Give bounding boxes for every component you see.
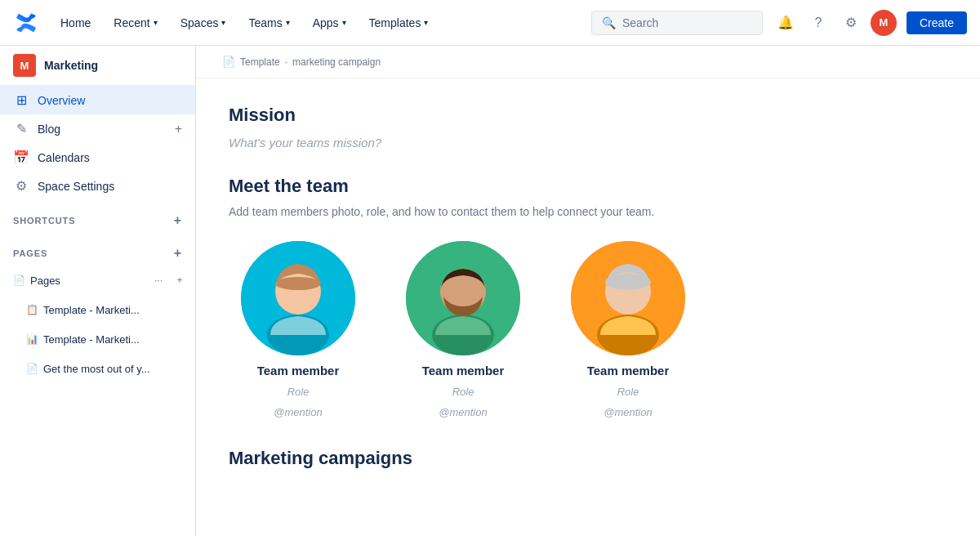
overview-icon: ⊞ (13, 92, 29, 108)
tree-item-1[interactable]: 📊 Template - Marketi... (0, 324, 195, 354)
search-icon: 🔍 (602, 16, 616, 29)
avatar-icon[interactable]: M (871, 10, 897, 36)
tree-item-2-label: Get the most out of y... (43, 363, 150, 375)
templates-chevron: ▾ (424, 18, 428, 27)
search-bar[interactable]: 🔍 Search (591, 11, 763, 35)
mission-heading: Mission (229, 105, 898, 126)
team-members-row: Team member Role @mention (229, 241, 898, 418)
breadcrumb-icon: 📄 (222, 56, 235, 68)
pages-label: Pages (13, 248, 47, 258)
settings-icon[interactable]: ⚙ (838, 10, 864, 36)
member-2-role: Role (617, 386, 639, 398)
calendars-label: Calendars (38, 151, 90, 164)
pages-row-label: Pages (30, 275, 60, 287)
member-0-avatar (241, 241, 355, 355)
overview-label: Overview (38, 94, 85, 107)
sidebar-item-calendars[interactable]: 📅 Calendars (0, 143, 195, 172)
member-0-mention: @mention (274, 406, 322, 418)
confluence-logo[interactable] (13, 10, 39, 36)
pages-add-child-icon[interactable]: + (171, 271, 189, 289)
svg-rect-0 (13, 10, 39, 36)
member-1-name: Team member (422, 364, 505, 377)
sidebar-item-blog[interactable]: ✎ Blog + (0, 114, 195, 143)
pages-add-icon[interactable]: + (174, 246, 182, 261)
member-2-avatar (571, 241, 685, 355)
breadcrumb-page: marketing campaign (292, 56, 381, 68)
member-0-role: Role (287, 386, 310, 398)
sidebar: M Marketing ⊞ Overview ✎ Blog + 📅 Calend… (0, 46, 196, 536)
main-area: M Marketing ⊞ Overview ✎ Blog + 📅 Calend… (0, 46, 980, 536)
breadcrumb: 📄 Template · marketing campaign (196, 46, 980, 78)
nav-recent[interactable]: Recent ▾ (102, 0, 168, 46)
space-icon: M (13, 54, 36, 77)
tree-item-0-icon: 📋 (26, 304, 38, 315)
shortcuts-add-icon[interactable]: + (174, 213, 182, 228)
meet-heading: Meet the team (229, 176, 898, 197)
nav-spaces[interactable]: Spaces ▾ (169, 0, 238, 46)
apps-chevron: ▾ (342, 18, 346, 27)
nav-home[interactable]: Home (49, 0, 102, 46)
sidebar-space-header[interactable]: M Marketing (0, 46, 195, 86)
meet-subtext: Add team members photo, role, and how to… (229, 205, 898, 218)
notification-icon[interactable]: 🔔 (773, 10, 799, 36)
calendar-icon: 📅 (13, 150, 29, 165)
member-1-mention: @mention (439, 406, 487, 418)
create-button[interactable]: Create (906, 11, 967, 34)
marketing-campaigns-heading: Marketing campaigns (229, 448, 898, 469)
tree-item-2[interactable]: 📄 Get the most out of y... (0, 354, 195, 383)
member-0-name: Team member (257, 364, 340, 377)
blog-add-icon[interactable]: + (175, 122, 182, 136)
svg-point-11 (605, 274, 651, 290)
pages-more-icon[interactable]: ··· (149, 271, 167, 289)
team-member-0: Team member Role @mention (229, 241, 368, 418)
member-1-role: Role (452, 386, 474, 398)
blog-icon: ✎ (13, 121, 29, 136)
topnav-actions: 🔔 ? ⚙ M Create (773, 10, 967, 36)
sidebar-item-space-settings[interactable]: ⚙ Space Settings (0, 172, 195, 200)
page-content: Mission What's your teams mission? Meet … (196, 78, 931, 495)
teams-chevron: ▾ (286, 18, 290, 27)
search-placeholder: Search (622, 16, 658, 29)
pages-row-actions: ··· + (149, 271, 189, 289)
space-settings-label: Space Settings (38, 180, 114, 193)
tree-item-1-label: Template - Marketi... (43, 333, 140, 346)
svg-point-4 (275, 277, 321, 290)
pages-main-row[interactable]: 📄 Pages ··· + (0, 266, 195, 295)
member-1-avatar (406, 241, 520, 355)
sidebar-item-overview[interactable]: ⊞ Overview (0, 86, 195, 114)
shortcuts-section: SHORTCUTS + (0, 200, 195, 233)
spaces-chevron: ▾ (221, 18, 225, 27)
tree-item-0-label: Template - Marketi... (43, 304, 140, 316)
member-2-name: Team member (587, 364, 670, 377)
help-icon[interactable]: ? (805, 10, 831, 36)
pages-row-icon: 📄 (13, 275, 25, 286)
shortcuts-label: SHORTCUTS (13, 216, 75, 226)
team-member-2: Team member Role @mention (559, 241, 697, 418)
nav-templates[interactable]: Templates ▾ (358, 0, 440, 46)
breadcrumb-template: Template (240, 56, 280, 68)
top-navigation: Home Recent ▾ Spaces ▾ Teams ▾ Apps ▾ Te… (0, 0, 980, 46)
tree-item-0[interactable]: 📋 Template - Marketi... (0, 295, 195, 324)
nav-teams[interactable]: Teams ▾ (237, 0, 301, 46)
nav-apps[interactable]: Apps ▾ (301, 0, 358, 46)
content-area: 📄 Template · marketing campaign Mission … (196, 46, 980, 536)
team-member-1: Team member Role @mention (394, 241, 532, 418)
recent-chevron: ▾ (154, 18, 158, 27)
pages-section-header: Pages + (0, 233, 195, 266)
member-2-mention: @mention (604, 406, 652, 418)
blog-label: Blog (38, 123, 60, 136)
tree-item-2-icon: 📄 (26, 363, 38, 374)
settings-icon-sidebar: ⚙ (13, 178, 29, 194)
breadcrumb-separator: · (285, 56, 287, 68)
tree-item-1-icon: 📊 (26, 333, 38, 345)
mission-placeholder: What's your teams mission? (229, 136, 898, 150)
space-name: Marketing (44, 59, 98, 72)
